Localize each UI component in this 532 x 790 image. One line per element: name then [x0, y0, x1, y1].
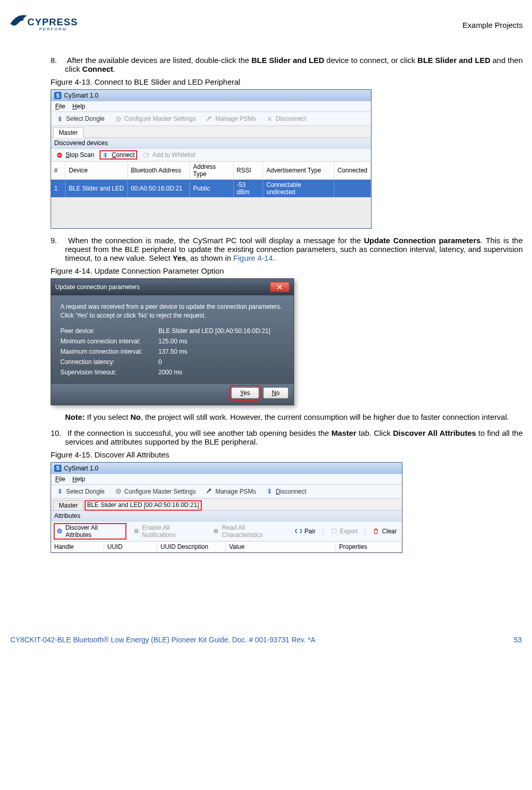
- row-max: Maximum connection interval: 137.50 ms: [60, 348, 284, 355]
- col-advtype: Advertisement Type: [263, 162, 334, 180]
- step-9-text: When the connection is made, the CySmart…: [65, 236, 523, 262]
- figure-4-15-window: S CySmart 1.0 File Help Select Dongle Co…: [51, 462, 402, 553]
- wrench-icon: [206, 116, 213, 122]
- disconnect-button[interactable]: Disconnect: [264, 114, 309, 123]
- connect-icon: [102, 152, 109, 159]
- figure-4-13-caption: Figure 4-13. Connect to BLE Slider and L…: [51, 77, 523, 86]
- disconnect-button-2[interactable]: Disconnect: [264, 487, 309, 496]
- step-9-num: 9.: [51, 236, 65, 245]
- whitelist-icon: [143, 152, 150, 159]
- figure-4-14-caption: Figure 4-14. Update Connection Parameter…: [51, 266, 523, 275]
- section-title: Example Projects: [462, 21, 523, 29]
- col-handle: Handle: [51, 542, 104, 552]
- configure-master-button[interactable]: Configure Master Settings: [112, 114, 199, 123]
- step-8-num: 8.: [51, 56, 65, 65]
- logo-subtext: PERFORM: [39, 27, 67, 31]
- menu-help[interactable]: Help: [72, 103, 85, 110]
- close-button[interactable]: [270, 282, 289, 292]
- gear-icon: [115, 488, 122, 495]
- pair-icon: [295, 528, 302, 534]
- step-8: 8. After the available devices are liste…: [51, 56, 523, 73]
- bluetooth-icon: [57, 488, 63, 495]
- window-title-2: CySmart 1.0: [64, 465, 99, 472]
- device-table: # Device Bluetooth Address Address Type …: [51, 162, 371, 197]
- step-8-text: After the available devices are listed, …: [65, 56, 523, 73]
- enable-notifications-button[interactable]: Enable All Notifications: [131, 523, 206, 540]
- dialog-titlebar: Update connection parameters: [51, 279, 294, 295]
- yes-button[interactable]: Yes: [231, 387, 259, 399]
- logo: CYPRESS PERFORM: [9, 10, 76, 35]
- dialog-buttons: Yes No: [51, 384, 294, 405]
- manage-psms-button-2[interactable]: Manage PSMs: [203, 487, 259, 496]
- col-atype: Address Type: [190, 162, 233, 180]
- stop-scan-button[interactable]: Stop Scan: [54, 150, 96, 160]
- window-title: CySmart 1.0: [64, 92, 99, 99]
- app-icon: S: [54, 465, 61, 472]
- gear-icon: [115, 116, 122, 122]
- menu-file[interactable]: File: [55, 103, 65, 110]
- note: Note: If you select No, the project will…: [51, 413, 523, 421]
- footer-left: CY8CKIT-042-BLE Bluetooth® Low Energy (B…: [10, 636, 315, 644]
- tab-master[interactable]: Master: [53, 128, 84, 138]
- step-9: 9. When the connection is made, the CySm…: [51, 236, 523, 262]
- svg-point-0: [18, 19, 24, 21]
- read-icon: [213, 528, 219, 534]
- clear-button[interactable]: Clear: [370, 527, 399, 536]
- connect-button[interactable]: Connect: [100, 150, 137, 160]
- disconnect-icon: [266, 116, 273, 122]
- add-whitelist-button[interactable]: Add to Whitelist: [140, 150, 198, 160]
- globe-icon: [56, 528, 63, 534]
- wrench-icon: [206, 488, 213, 495]
- select-dongle-button[interactable]: Select Dongle: [54, 114, 107, 123]
- no-button[interactable]: No: [263, 387, 288, 399]
- row-peer: Peer device: BLE Slider and LED [00:A0:5…: [60, 327, 284, 335]
- col-connected: Connected: [334, 162, 370, 180]
- step-10-text: If the connection is successful, you wil…: [65, 429, 523, 446]
- select-dongle-button-2[interactable]: Select Dongle: [54, 487, 107, 496]
- export-button[interactable]: Export: [328, 527, 361, 536]
- svg-rect-5: [144, 153, 148, 157]
- svg-rect-10: [214, 529, 218, 533]
- svg-rect-9: [134, 529, 138, 533]
- attributes-table: Handle UUID UUID Description Value Prope…: [51, 542, 402, 552]
- device-toolbar: Stop Scan Connect Add to Whitelist: [51, 149, 371, 162]
- toolbar-2: Select Dongle Configure Master Settings …: [51, 485, 402, 499]
- dialog-body: A request was received from a peer devic…: [51, 295, 294, 384]
- col-uuid: UUID: [104, 542, 157, 552]
- attributes-header: Attributes: [51, 511, 402, 522]
- svg-point-7: [118, 491, 119, 492]
- svg-point-2: [118, 118, 119, 119]
- pair-button[interactable]: Pair: [293, 527, 318, 536]
- menu-help-2[interactable]: Help: [72, 476, 85, 483]
- discovered-devices-header: Discovered devices: [51, 138, 371, 149]
- col-props: Properties: [336, 542, 402, 552]
- manage-psms-button[interactable]: Manage PSMs: [203, 114, 259, 123]
- discover-attributes-button[interactable]: Discover All Attributes: [54, 523, 126, 540]
- titlebar-2: S CySmart 1.0: [51, 463, 402, 474]
- col-uuiddesc: UUID Description: [157, 542, 226, 552]
- figure-4-14-dialog: Update connection parameters A request w…: [51, 278, 294, 405]
- notify-icon: [133, 528, 140, 534]
- menu-file-2[interactable]: File: [55, 476, 65, 483]
- col-value: Value: [226, 542, 336, 552]
- attr-toolbar: Discover All Attributes Enable All Notif…: [51, 522, 402, 542]
- configure-master-button-2[interactable]: Configure Master Settings: [112, 487, 199, 496]
- stop-icon: [56, 152, 63, 159]
- tab-master-2[interactable]: Master: [53, 500, 84, 511]
- col-hash: #: [51, 162, 66, 180]
- toolbar: Select Dongle Configure Master Settings …: [51, 112, 371, 126]
- menubar: File Help: [51, 101, 371, 112]
- close-icon: [277, 285, 282, 290]
- col-addr: Bluetooth Address: [127, 162, 190, 180]
- read-characteristics-button[interactable]: Read All Characteristics: [210, 523, 288, 540]
- row-min: Minimum connection interval: 125.00 ms: [60, 338, 284, 345]
- tab-device[interactable]: BLE Slider and LED [00:A0:50:16:0D:21]: [85, 500, 202, 511]
- logo-text: CYPRESS: [27, 17, 78, 28]
- figure-4-14-link[interactable]: Figure 4-14: [233, 254, 273, 262]
- export-icon: [331, 528, 337, 534]
- trash-icon: [373, 528, 379, 534]
- dialog-message: A request was received from a peer devic…: [60, 303, 284, 320]
- bluetooth-icon: [57, 116, 63, 122]
- tabstrip-2: Master BLE Slider and LED [00:A0:50:16:0…: [51, 499, 402, 511]
- device-row-selected[interactable]: 1 BLE Slider and LED 00:A0:50:16:0D:21 P…: [51, 180, 371, 198]
